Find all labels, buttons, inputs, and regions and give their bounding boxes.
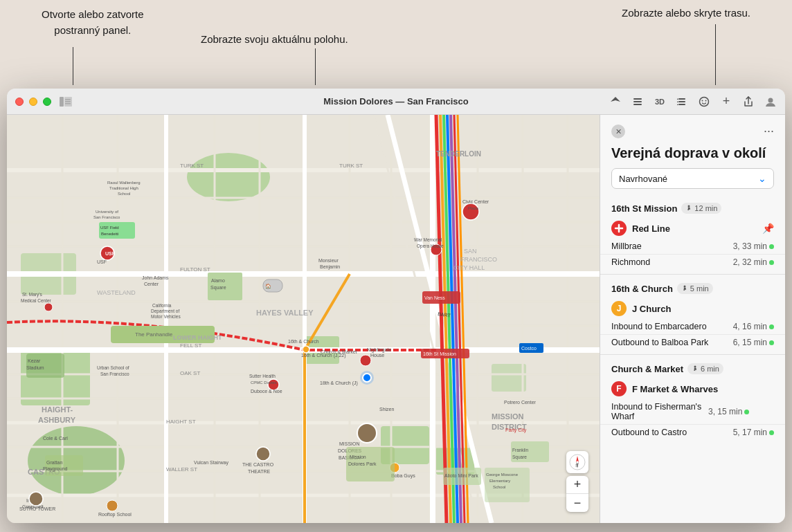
track-icon[interactable] [676,95,688,108]
svg-text:Stadium: Stadium [26,365,44,370]
svg-text:Nightingale: Nightingale [367,347,391,353]
route-info: 6, 15 min [733,338,774,347]
route-row[interactable]: Millbrae 3, 33 min [600,239,785,255]
close-button[interactable] [15,98,24,106]
svg-rect-13 [677,101,678,102]
svg-point-190 [683,286,685,288]
svg-rect-164 [45,455,83,476]
svg-point-104 [303,346,309,353]
svg-text:Medical Center: Medical Center [21,298,52,303]
svg-text:MISSION: MISSION [339,441,360,446]
app-window: Mission Dolores — San Francisco 3D [7,89,785,523]
route-row[interactable]: Richmond 2, 32 min [600,255,785,270]
svg-text:SUTRO TOWER: SUTRO TOWER [19,506,55,511]
svg-point-174 [29,492,43,506]
svg-text:USF: USF [105,251,116,256]
svg-point-108 [256,447,270,461]
svg-text:Mission: Mission [350,455,366,459]
line-header-red: Red Line 📌 [600,217,785,239]
svg-rect-119 [99,222,135,239]
realtime-dot [769,324,774,329]
sidebar-toggle-button[interactable] [60,96,73,107]
face-icon[interactable] [698,95,710,108]
route-row[interactable]: Inbound to Embarcadero 4, 16 min [600,319,785,335]
svg-text:Kite Hill Park: Kite Hill Park [42,522,70,523]
svg-text:MISSION: MISSION [492,412,524,421]
panel-close-button[interactable]: ✕ [611,125,625,138]
titlebar: Mission Dolores — San Francisco 3D [7,89,785,115]
line-name-red: Red Line [632,223,670,234]
svg-text:WALLER ST: WALLER ST [166,466,197,473]
svg-text:Van Ness: Van Ness [424,295,445,300]
panel-menu-button[interactable]: ··· [764,125,774,137]
maximize-button[interactable] [43,98,51,106]
svg-text:Party City: Party City [505,428,527,433]
section-divider [600,354,785,355]
svg-text:FRANCISCO: FRANCISCO [460,256,497,263]
route-row[interactable]: Outbound to Balboa Park 6, 15 min [600,335,785,350]
line-name-j: J Church [632,304,671,314]
svg-text:St. Mary's: St. Mary's [22,292,42,297]
route-row[interactable]: Inbound to Fisherman's Wharf 3, 15 min [600,399,785,425]
add-icon[interactable]: + [720,95,732,108]
svg-point-15 [700,97,709,106]
svg-rect-27 [492,364,526,392]
compass-button[interactable]: S [566,451,588,473]
panel-filter-dropdown[interactable]: Navrhované ⌄ [611,168,774,189]
svg-text:San Francisco: San Francisco [100,372,129,376]
svg-point-17 [705,100,707,101]
share-icon[interactable] [742,95,755,108]
svg-text:Rooftop School: Rooftop School [98,512,132,517]
zoom-out-button[interactable]: − [566,494,588,512]
zoom-in-button[interactable]: + [566,476,588,494]
svg-text:Raoul Wallenberg: Raoul Wallenberg [107,181,140,185]
user-icon[interactable] [764,95,777,108]
pin-icon: 📌 [762,223,774,234]
svg-text:George Moscone: George Moscone [486,473,519,477]
section-name: Church & Market [611,364,683,374]
svg-point-107 [363,374,371,382]
section-name: 16th St Mission [611,203,677,214]
svg-rect-6 [633,98,642,100]
svg-text:The Panhandle: The Panhandle [135,331,173,338]
svg-text:TURK ST: TURK ST [339,163,363,169]
svg-text:THEATRE: THEATRE [248,469,270,474]
route-row[interactable]: Outbound to Castro 5, 17 min [600,425,785,440]
section-name: 16th & Church [611,284,673,294]
route-destination: Outbound to Balboa Park [611,338,733,347]
transit-section-16th-mission: 16th St Mission 12 min [600,199,785,270]
svg-rect-7 [633,101,642,102]
location-icon[interactable] [609,95,622,108]
svg-point-139 [360,355,371,366]
traffic-lights [15,98,51,106]
map-area[interactable]: TURK ST TURK ST FULTON ST FELL ST OAK ST… [7,115,600,523]
svg-text:Dolores Park: Dolores Park [348,461,377,466]
route-info: 3, 15 min [708,407,749,416]
realtime-dot [769,430,774,435]
svg-text:Duboce & Noe: Duboce & Noe [251,389,282,394]
walk-time-badge: 5 min [677,283,713,294]
minimize-button[interactable] [29,98,37,106]
svg-text:THE CASTRO: THE CASTRO [242,462,274,467]
route-destination: Millbrae [611,241,733,251]
svg-rect-11 [678,104,685,105]
zoom-controls: + − [566,476,588,512]
svg-point-100 [357,423,377,443]
line-icon-red [611,221,627,236]
section-header-church-market: Church & Market 6 min [600,359,785,377]
svg-point-161 [44,303,53,311]
svg-text:University of: University of [96,210,118,214]
layers-icon[interactable] [631,95,644,108]
svg-text:FULTON ST: FULTON ST [180,266,210,273]
svg-text:San Francisco: San Francisco [93,215,120,219]
line-icon-f: F [611,381,627,396]
three-d-button[interactable]: 3D [654,95,666,108]
svg-rect-10 [678,101,685,102]
svg-text:Civic Center: Civic Center [462,199,489,204]
svg-text:Cole & Carl: Cole & Carl [43,436,68,441]
svg-text:Sutter Health: Sutter Health [249,374,276,378]
section-header-16th-mission: 16th St Mission 12 min [600,199,785,217]
svg-text:CITY HALL: CITY HALL [453,264,485,271]
walk-time-badge: 6 min [687,363,723,374]
window-title: Mission Dolores — San Francisco [323,96,469,107]
